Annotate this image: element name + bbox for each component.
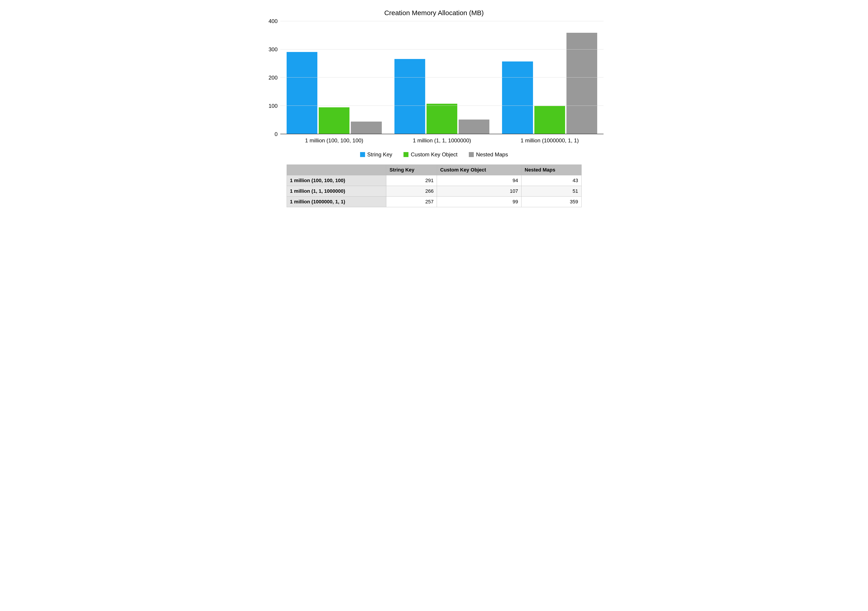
legend: String Key Custom Key Object Nested Maps <box>265 152 603 158</box>
bar-group <box>388 21 496 134</box>
table-cell: 291 <box>386 175 437 186</box>
table-cell: 94 <box>437 175 521 186</box>
row-label: 1 million (1, 1, 1000000) <box>287 186 386 196</box>
table-header: String Key <box>386 165 437 175</box>
y-tick-label: 200 <box>268 74 277 81</box>
table-cell: 99 <box>437 196 521 207</box>
table-row: 1 million (1000000, 1, 1)25799359 <box>287 196 581 207</box>
table-cell: 107 <box>437 186 521 196</box>
y-tick-label: 0 <box>274 131 277 138</box>
bar-group <box>280 21 388 134</box>
bar <box>534 106 565 134</box>
gridline <box>280 105 603 106</box>
gridline <box>280 49 603 49</box>
bar <box>351 122 381 134</box>
table-corner-cell <box>287 165 386 175</box>
table-row: 1 million (100, 100, 100)2919443 <box>287 175 581 186</box>
table-row: 1 million (1, 1, 1000000)26610751 <box>287 186 581 196</box>
plot-area <box>280 21 603 134</box>
legend-item-string-key: String Key <box>360 152 392 158</box>
bar <box>394 59 425 134</box>
x-axis-labels: 1 million (100, 100, 100)1 million (1, 1… <box>280 138 603 144</box>
row-label: 1 million (100, 100, 100) <box>287 175 386 186</box>
bar <box>566 33 597 134</box>
table-cell: 51 <box>521 186 581 196</box>
legend-label: Nested Maps <box>476 152 508 158</box>
bar-group <box>496 21 603 134</box>
bar <box>319 107 349 134</box>
table-header: Nested Maps <box>521 165 581 175</box>
bar <box>459 119 489 134</box>
y-axis: 0100200300400 <box>265 21 280 134</box>
chart-title: Creation Memory Allocation (MB) <box>265 9 603 17</box>
bar <box>426 104 457 134</box>
swatch-icon <box>403 152 408 157</box>
bar-groups <box>280 21 603 134</box>
table-cell: 43 <box>521 175 581 186</box>
row-label: 1 million (1000000, 1, 1) <box>287 196 386 207</box>
swatch-icon <box>469 152 474 157</box>
swatch-icon <box>360 152 365 157</box>
legend-item-nested-maps: Nested Maps <box>469 152 508 158</box>
y-tick-label: 400 <box>268 18 277 25</box>
chart-area: 0100200300400 <box>265 21 603 134</box>
table-cell: 266 <box>386 186 437 196</box>
table-header: Custom Key Object <box>437 165 521 175</box>
bar <box>287 52 317 134</box>
legend-item-custom-key-object: Custom Key Object <box>403 152 457 158</box>
chart-container: Creation Memory Allocation (MB) 01002003… <box>265 9 603 207</box>
y-tick-label: 300 <box>268 46 277 53</box>
legend-label: Custom Key Object <box>411 152 457 158</box>
x-tick-label: 1 million (100, 100, 100) <box>280 138 388 144</box>
table-header-row: String Key Custom Key Object Nested Maps <box>287 165 581 175</box>
bar <box>502 62 533 134</box>
y-tick-label: 100 <box>268 103 277 109</box>
table-cell: 359 <box>521 196 581 207</box>
data-table: String Key Custom Key Object Nested Maps… <box>287 164 581 207</box>
x-tick-label: 1 million (1000000, 1, 1) <box>496 138 603 144</box>
x-tick-label: 1 million (1, 1, 1000000) <box>388 138 496 144</box>
legend-label: String Key <box>367 152 392 158</box>
table-cell: 257 <box>386 196 437 207</box>
